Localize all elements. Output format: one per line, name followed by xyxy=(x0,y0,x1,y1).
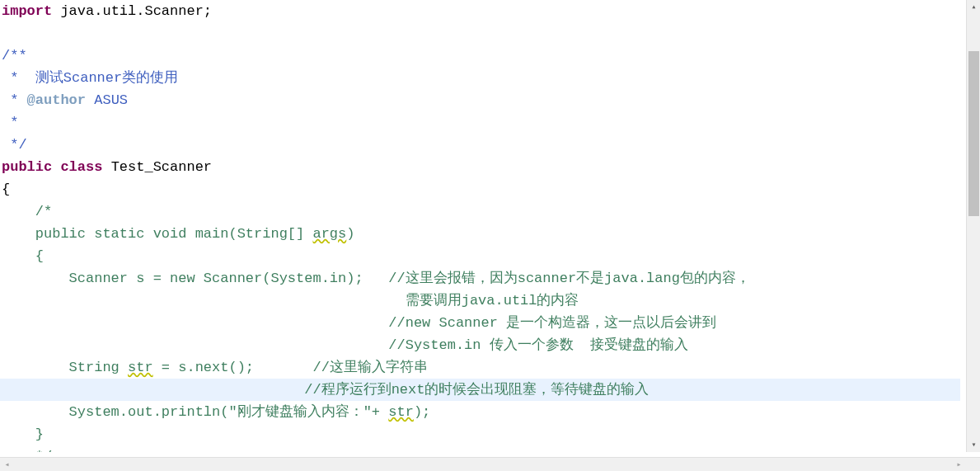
scrollbar-corner xyxy=(966,458,980,471)
code-line[interactable]: //new Scanner 是一个构造器，这一点以后会讲到 xyxy=(0,312,960,334)
code-line[interactable]: { xyxy=(0,245,960,267)
javadoc-end: */ xyxy=(2,137,27,153)
vertical-scrollbar[interactable]: ▴ ▾ xyxy=(966,0,980,452)
horizontal-scrollbar[interactable]: ◂ ▸ xyxy=(0,457,980,471)
comment-code: { xyxy=(2,248,44,264)
comment-code-str: str xyxy=(128,360,153,375)
javadoc-prefix: * xyxy=(2,92,27,108)
javadoc-start: /** xyxy=(2,48,27,64)
javadoc-text: 测试Scanner类的使用 xyxy=(27,70,179,86)
code-line[interactable]: * @author ASUS xyxy=(0,89,960,111)
code-line[interactable]: } xyxy=(0,423,960,445)
code-line[interactable]: import java.util.Scanner; xyxy=(0,0,960,22)
scrollbar-track-horizontal[interactable] xyxy=(14,458,952,471)
code-line-current[interactable]: //程序运行到next的时候会出现阻塞，等待键盘的输入 xyxy=(0,379,960,401)
code-line[interactable]: * 测试Scanner类的使用 xyxy=(0,67,960,89)
comment-code: ); xyxy=(414,404,430,420)
code-text: java.util.Scanner; xyxy=(52,3,212,19)
comment-code: = s.next(); //这里输入字符串 xyxy=(153,360,428,375)
scrollbar-track[interactable] xyxy=(967,14,980,438)
code-line[interactable]: * xyxy=(0,111,960,134)
comment-code: //System.in 传入一个参数 接受键盘的输入 xyxy=(2,337,688,353)
code-line[interactable]: */ xyxy=(0,134,960,156)
comment-code: + xyxy=(372,404,388,420)
javadoc-author: ASUS xyxy=(86,92,128,108)
block-comment-end: */ xyxy=(2,449,52,452)
comment-code: ) xyxy=(346,226,354,242)
comment-code: public static void main(String[] xyxy=(2,226,312,242)
code-line[interactable]: //System.in 传入一个参数 接受键盘的输入 xyxy=(0,334,960,356)
code-editor[interactable]: import java.util.Scanner; /** * 测试Scanne… xyxy=(0,0,960,452)
code-line[interactable]: /** xyxy=(0,45,960,67)
code-line[interactable]: String str = s.next(); //这里输入字符串 xyxy=(0,356,960,379)
comment-code: } xyxy=(2,426,44,442)
comment-code: Scanner s = new Scanner(System.in); //这里… xyxy=(2,271,750,286)
scrollbar-right-arrow-icon[interactable]: ▸ xyxy=(952,458,966,471)
block-comment-start: /* xyxy=(2,204,52,219)
code-line[interactable]: */ xyxy=(0,445,960,452)
javadoc-prefix: * xyxy=(2,70,27,86)
scrollbar-left-arrow-icon[interactable]: ◂ xyxy=(0,458,14,471)
scrollbar-down-arrow-icon[interactable]: ▾ xyxy=(967,438,980,452)
javadoc-tag-author: @author xyxy=(27,92,86,108)
keyword-class: class xyxy=(52,159,102,175)
code-line[interactable]: /* xyxy=(0,200,960,223)
scrollbar-up-arrow-icon[interactable]: ▴ xyxy=(967,0,980,14)
comment-code: //程序运行到next的时候会出现阻塞，等待键盘的输入 xyxy=(2,382,649,398)
comment-string: "刚才键盘输入内容：" xyxy=(228,404,371,420)
keyword-import: import xyxy=(2,3,52,19)
code-line[interactable]: { xyxy=(0,178,960,200)
code-line[interactable]: public class Test_Scanner xyxy=(0,156,960,178)
code-line[interactable]: System.out.println("刚才键盘输入内容："+ str); xyxy=(0,401,960,423)
comment-code: 需要调用java.util的内容 xyxy=(2,293,579,309)
comment-code: //new Scanner 是一个构造器，这一点以后会讲到 xyxy=(2,315,716,331)
class-name: Test_Scanner xyxy=(102,159,212,175)
code-line[interactable]: public static void main(String[] args) xyxy=(0,223,960,245)
code-line[interactable]: 需要调用java.util的内容 xyxy=(0,290,960,312)
comment-code-str: str xyxy=(388,404,414,420)
comment-code: System.out.println( xyxy=(2,404,228,420)
code-line[interactable]: Scanner s = new Scanner(System.in); //这里… xyxy=(0,267,960,290)
scrollbar-thumb[interactable] xyxy=(968,51,979,216)
javadoc-line: * xyxy=(2,115,18,130)
keyword-public: public xyxy=(2,159,52,175)
brace: { xyxy=(2,181,10,197)
comment-code-args: args xyxy=(312,226,346,242)
comment-code: String xyxy=(2,360,128,375)
code-line[interactable] xyxy=(0,22,960,45)
